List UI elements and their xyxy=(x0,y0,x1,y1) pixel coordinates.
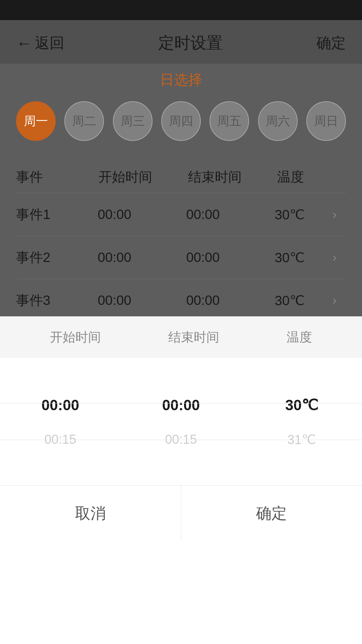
col-header-event: 事件 xyxy=(16,168,99,186)
row1-chevron-right-icon: › xyxy=(333,208,346,222)
day-buttons: 周一 周二 周三 周四 周五 周六 周日 xyxy=(16,101,346,141)
row2-temp: 30℃ xyxy=(275,250,333,265)
picker-item-current-end: 00:00 xyxy=(121,387,241,423)
col-header-start: 开始时间 xyxy=(99,168,188,186)
cancel-button[interactable]: 取消 xyxy=(0,486,181,541)
picker-tabs: 开始时间 结束时间 温度 xyxy=(0,316,362,358)
col-header-temp: 温度 xyxy=(277,168,346,186)
row2-chevron-right-icon: › xyxy=(333,251,346,265)
row3-chevron-right-icon: › xyxy=(333,293,346,308)
day-label-mon: 周一 xyxy=(24,113,48,129)
row2-event: 事件2 xyxy=(16,248,98,267)
day-section-label: 日选择 xyxy=(16,70,346,89)
status-bar xyxy=(0,0,362,20)
row1-start: 00:00 xyxy=(98,207,186,222)
col-header-end: 结束时间 xyxy=(188,168,278,186)
header: ← 返回 定时设置 确定 xyxy=(0,20,362,64)
back-button[interactable]: ← 返回 xyxy=(16,33,64,53)
day-label-sat: 周六 xyxy=(266,113,290,129)
page-title: 定时设置 xyxy=(158,32,223,54)
day-label-wed: 周三 xyxy=(121,113,145,129)
back-arrow-icon: ← xyxy=(16,34,32,52)
row3-temp: 30℃ xyxy=(275,293,333,308)
table-header: 事件 开始时间 结束时间 温度 xyxy=(16,161,346,193)
day-section: 日选择 周一 周二 周三 周四 周五 周六 周日 xyxy=(0,64,362,151)
picker-col-temp[interactable]: 30℃ 31℃ xyxy=(241,358,362,485)
day-button-mon[interactable]: 周一 xyxy=(16,101,56,141)
confirm-button[interactable]: 确定 xyxy=(181,486,362,541)
back-label: 返回 xyxy=(35,33,64,53)
day-label-thu: 周四 xyxy=(169,113,193,129)
picker-tab-temp[interactable]: 温度 xyxy=(287,329,312,346)
event-table: 事件 开始时间 结束时间 温度 事件1 00:00 00:00 30℃ › 事件… xyxy=(0,161,362,316)
day-label-fri: 周五 xyxy=(217,113,241,129)
row3-event: 事件3 xyxy=(16,291,98,310)
row3-end: 00:00 xyxy=(186,293,275,308)
picker-container[interactable]: 00:00 00:15 00:00 00:15 30℃ 31℃ xyxy=(0,358,362,485)
day-button-tue[interactable]: 周二 xyxy=(64,101,104,141)
picker-col-start[interactable]: 00:00 00:15 xyxy=(0,358,121,485)
day-button-wed[interactable]: 周三 xyxy=(113,101,153,141)
picker-item-next-temp: 31℃ xyxy=(241,423,362,457)
row1-temp: 30℃ xyxy=(275,207,333,222)
row2-start: 00:00 xyxy=(98,250,186,265)
table-row[interactable]: 事件3 00:00 00:00 30℃ › xyxy=(16,279,346,316)
row1-event: 事件1 xyxy=(16,205,98,224)
row3-start: 00:00 xyxy=(98,293,186,308)
table-row[interactable]: 事件2 00:00 00:00 30℃ › xyxy=(16,236,346,279)
picker-tab-end[interactable]: 结束时间 xyxy=(168,329,219,346)
row2-end: 00:00 xyxy=(186,250,275,265)
picker-tab-start[interactable]: 开始时间 xyxy=(50,329,101,346)
day-button-fri[interactable]: 周五 xyxy=(209,101,249,141)
day-label-tue: 周二 xyxy=(72,113,96,129)
header-confirm-button[interactable]: 确定 xyxy=(316,33,346,53)
picker-item-current-temp: 30℃ xyxy=(241,387,362,423)
picker-columns: 00:00 00:15 00:00 00:15 30℃ 31℃ xyxy=(0,358,362,485)
day-button-thu[interactable]: 周四 xyxy=(161,101,201,141)
picker-item-next-end: 00:15 xyxy=(121,423,241,456)
main-panel: ← 返回 定时设置 确定 日选择 周一 周二 周三 周四 周五 周六 xyxy=(0,20,362,316)
day-label-sun: 周日 xyxy=(314,113,338,129)
picker-item-next-start: 00:15 xyxy=(0,423,121,456)
bottom-buttons: 取消 确定 xyxy=(0,485,362,541)
table-row[interactable]: 事件1 00:00 00:00 30℃ › xyxy=(16,193,346,236)
picker-col-end[interactable]: 00:00 00:15 xyxy=(121,358,241,485)
day-button-sat[interactable]: 周六 xyxy=(258,101,298,141)
picker-item-current-start: 00:00 xyxy=(0,387,121,423)
day-button-sun[interactable]: 周日 xyxy=(306,101,346,141)
row1-end: 00:00 xyxy=(186,207,275,222)
